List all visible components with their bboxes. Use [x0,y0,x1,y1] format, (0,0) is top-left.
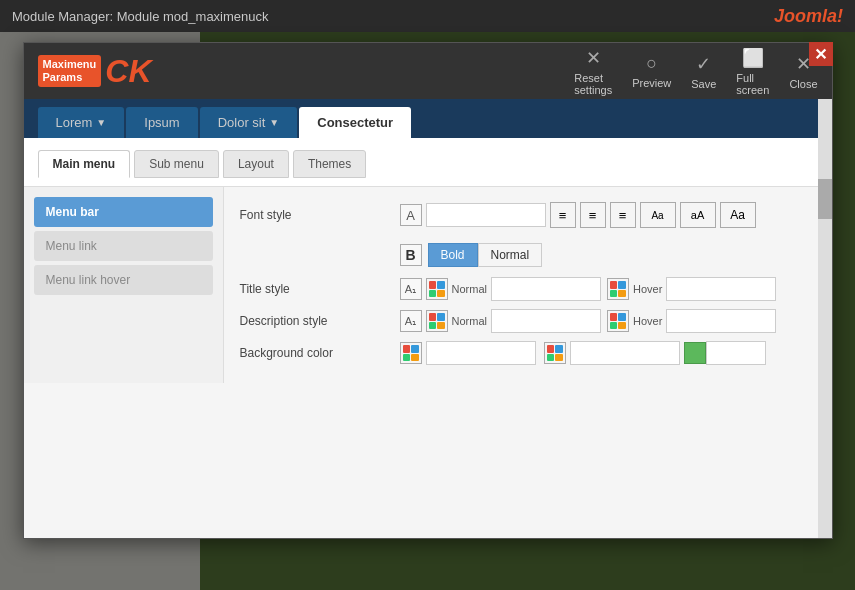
title-hover-input[interactable] [666,277,776,301]
title-style-row: Title style A₁ Normal [240,277,816,301]
tab-sub-menu[interactable]: Sub menu [134,150,219,178]
window-title: Module Manager: Module mod_maximenuck [12,9,269,24]
background-color-label: Background color [240,346,400,360]
brand-logo: Maximenu Params CK [38,55,152,87]
modal-backdrop: ✕ Maximenu Params CK ✕ Resetsettings ○ P… [0,32,855,590]
nav-tab-consectetur-label: Consectetur [317,115,393,130]
toolbar-fullscreen[interactable]: ⬜ Fullscreen [736,47,769,96]
left-item-menu-link-hover-label: Menu link hover [46,273,131,287]
modal-header: Maximenu Params CK ✕ Resetsettings ○ Pre… [24,43,832,99]
font-style-icon[interactable]: A [400,204,422,226]
modal-close-button[interactable]: ✕ [809,42,833,66]
content-area: Main menu Sub menu Layout Themes Menu ba… [24,138,832,538]
title-bar: Module Manager: Module mod_maximenuck Jo… [0,0,855,32]
nav-tab-dolor[interactable]: Dolor sit ▼ [200,107,298,138]
nav-tab-lorem-label: Lorem [56,115,93,130]
title-normal-label: Normal [452,283,487,295]
preview-icon: ○ [646,53,657,74]
toolbar-close-label: Close [789,78,817,90]
description-style-icon[interactable]: A₁ [400,310,422,332]
nav-tabs: Lorem ▼ Ipsum Dolor sit ▼ Consectetur [38,107,818,138]
bg-color-swatch-2[interactable] [544,342,566,364]
green-swatch[interactable] [684,342,706,364]
nav-tab-dolor-label: Dolor sit [218,115,266,130]
title-hover-color-swatch[interactable] [607,278,629,300]
tab-themes[interactable]: Themes [293,150,366,178]
nav-tab-lorem[interactable]: Lorem ▼ [38,107,125,138]
font-style-input[interactable] [426,203,546,227]
description-style-label: Description style [240,314,400,328]
description-style-row: Description style A₁ Normal [240,309,816,333]
font-style-controls: A ≡ ≡ ≡ Aa aA Aa [400,202,816,228]
tab-main-menu[interactable]: Main menu [38,150,131,178]
save-icon: ✓ [696,53,711,75]
nav-tab-consectetur[interactable]: Consectetur [299,107,411,138]
font-size-large-btn[interactable]: Aa [720,202,756,228]
toolbar: ✕ Resetsettings ○ Preview ✓ Save ⬜ Fulls… [574,47,817,96]
bg-color-grid [403,345,419,361]
description-hover-label: Hover [633,315,662,327]
bg-color-swatch[interactable] [400,342,422,364]
toolbar-save[interactable]: ✓ Save [691,53,716,90]
title-color-grid [429,281,445,297]
align-center-btn[interactable]: ≡ [580,202,606,228]
brand-text: Maximenu Params [38,55,102,87]
font-size-medium-btn[interactable]: aA [680,202,716,228]
description-hover-color-swatch[interactable] [607,310,629,332]
tab-layout[interactable]: Layout [223,150,289,178]
font-style-label: Font style [240,208,400,222]
brand-line1: Maximenu [43,58,97,71]
nav-tab-ipsum[interactable]: Ipsum [126,107,197,138]
left-item-menu-bar-label: Menu bar [46,205,99,219]
title-style-icon[interactable]: A₁ [400,278,422,300]
right-panel: Font style A ≡ ≡ ≡ Aa aA Aa [224,187,832,383]
description-normal-label: Normal [452,315,487,327]
reset-icon: ✕ [586,47,601,69]
toolbar-save-label: Save [691,78,716,90]
joomla-logo: Joomla! [774,6,843,27]
left-panel: Menu bar Menu link Menu link hover [24,187,224,383]
nav-tab-ipsum-label: Ipsum [144,115,179,130]
chevron-down-icon: ▼ [96,117,106,128]
font-style-row: Font style A ≡ ≡ ≡ Aa aA Aa [240,197,816,233]
left-item-menu-link-hover[interactable]: Menu link hover [34,265,213,295]
bg-color-input[interactable] [426,341,536,365]
modal-container: ✕ Maximenu Params CK ✕ Resetsettings ○ P… [23,42,833,539]
normal-button[interactable]: Normal [478,243,543,267]
scrollbar[interactable] [818,99,832,538]
bg-color-input-3[interactable] [706,341,766,365]
bg-color-input-2[interactable] [570,341,680,365]
brand-ck: CK [105,55,151,87]
tab-themes-label: Themes [308,157,351,171]
toolbar-fullscreen-label: Fullscreen [736,72,769,96]
bold-button[interactable]: Bold [428,243,478,267]
description-color-swatch[interactable] [426,310,448,332]
title-hover-label: Hover [633,283,662,295]
brand-line2: Params [43,71,97,84]
scrollbar-thumb[interactable] [818,179,832,219]
description-color-grid [429,313,445,329]
settings-layout: Menu bar Menu link Menu link hover Font … [24,187,832,383]
chevron-down-icon-2: ▼ [269,117,279,128]
description-hover-input[interactable] [666,309,776,333]
toolbar-reset[interactable]: ✕ Resetsettings [574,47,612,96]
font-weight-row: B Bold Normal [240,243,816,267]
bold-icon[interactable]: B [400,244,422,266]
fullscreen-icon: ⬜ [742,47,764,69]
align-left-btn[interactable]: ≡ [550,202,576,228]
align-right-btn[interactable]: ≡ [610,202,636,228]
toolbar-preview[interactable]: ○ Preview [632,53,671,89]
nav-area: Lorem ▼ Ipsum Dolor sit ▼ Consectetur [24,99,832,138]
left-item-menu-link[interactable]: Menu link [34,231,213,261]
toolbar-reset-label: Resetsettings [574,72,612,96]
left-item-menu-bar[interactable]: Menu bar [34,197,213,227]
toolbar-preview-label: Preview [632,77,671,89]
title-color-swatch[interactable] [426,278,448,300]
tab-layout-label: Layout [238,157,274,171]
font-size-small-btn[interactable]: Aa [640,202,676,228]
title-normal-input[interactable] [491,277,601,301]
tab-main-menu-label: Main menu [53,157,116,171]
background-color-row: Background color [240,341,816,365]
description-normal-input[interactable] [491,309,601,333]
sub-tabs: Main menu Sub menu Layout Themes [24,138,832,187]
